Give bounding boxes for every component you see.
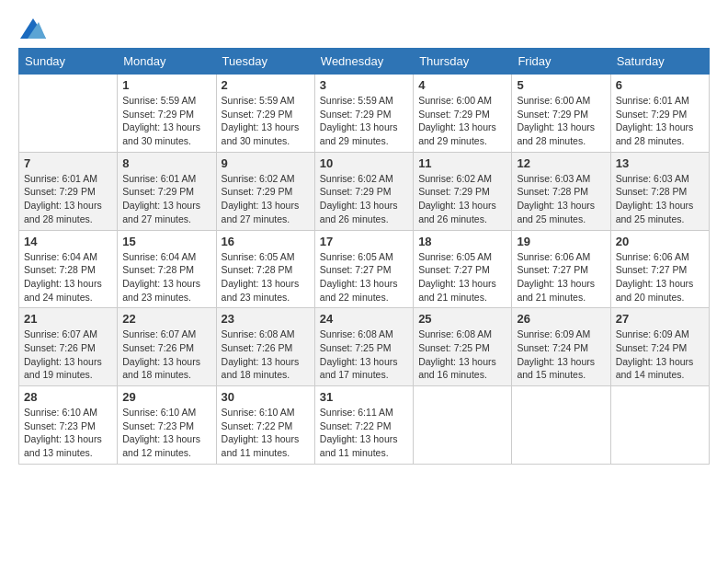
calendar-cell: 10Sunrise: 6:02 AMSunset: 7:29 PMDayligh… xyxy=(314,152,413,230)
day-info: Sunrise: 6:05 AMSunset: 7:27 PMDaylight:… xyxy=(320,250,408,304)
day-number: 21 xyxy=(24,312,112,326)
calendar-cell xyxy=(610,386,709,465)
calendar-table: SundayMondayTuesdayWednesdayThursdayFrid… xyxy=(18,48,710,465)
weekday-header-wednesday: Wednesday xyxy=(314,49,413,75)
calendar-cell: 30Sunrise: 6:10 AMSunset: 7:22 PMDayligh… xyxy=(216,386,314,465)
day-number: 17 xyxy=(320,235,408,248)
calendar-cell: 17Sunrise: 6:05 AMSunset: 7:27 PMDayligh… xyxy=(314,230,413,308)
day-number: 26 xyxy=(517,312,605,326)
calendar-week-3: 14Sunrise: 6:04 AMSunset: 7:28 PMDayligh… xyxy=(19,230,710,308)
day-info: Sunrise: 6:01 AMSunset: 7:29 PMDaylight:… xyxy=(122,172,210,226)
calendar-cell: 23Sunrise: 6:08 AMSunset: 7:26 PMDayligh… xyxy=(216,308,314,386)
calendar-cell: 1Sunrise: 5:59 AMSunset: 7:29 PMDaylight… xyxy=(118,75,216,153)
calendar-cell: 29Sunrise: 6:10 AMSunset: 7:23 PMDayligh… xyxy=(118,386,216,465)
calendar-cell: 22Sunrise: 6:07 AMSunset: 7:26 PMDayligh… xyxy=(118,308,216,386)
calendar-cell: 28Sunrise: 6:10 AMSunset: 7:23 PMDayligh… xyxy=(19,386,118,465)
logo-icon xyxy=(20,18,46,39)
day-info: Sunrise: 6:10 AMSunset: 7:23 PMDaylight:… xyxy=(122,406,210,460)
logo xyxy=(18,18,46,39)
day-info: Sunrise: 6:08 AMSunset: 7:26 PMDaylight:… xyxy=(222,327,310,382)
day-info: Sunrise: 6:01 AMSunset: 7:29 PMDaylight:… xyxy=(24,172,112,226)
day-number: 11 xyxy=(418,156,506,170)
calendar-header-row: SundayMondayTuesdayWednesdayThursdayFrid… xyxy=(19,49,710,75)
calendar-cell: 19Sunrise: 6:06 AMSunset: 7:27 PMDayligh… xyxy=(512,230,610,308)
day-number: 19 xyxy=(517,235,605,248)
day-info: Sunrise: 6:02 AMSunset: 7:29 PMDaylight:… xyxy=(418,172,506,226)
day-info: Sunrise: 6:10 AMSunset: 7:22 PMDaylight:… xyxy=(222,406,310,460)
calendar-cell: 6Sunrise: 6:01 AMSunset: 7:29 PMDaylight… xyxy=(610,75,709,153)
day-info: Sunrise: 6:10 AMSunset: 7:23 PMDaylight:… xyxy=(24,406,112,460)
calendar-week-4: 21Sunrise: 6:07 AMSunset: 7:26 PMDayligh… xyxy=(19,308,710,386)
weekday-header-friday: Friday xyxy=(512,49,610,75)
calendar-cell xyxy=(512,386,610,465)
day-info: Sunrise: 6:09 AMSunset: 7:24 PMDaylight:… xyxy=(517,327,605,382)
calendar-cell: 2Sunrise: 5:59 AMSunset: 7:29 PMDaylight… xyxy=(216,75,314,153)
day-info: Sunrise: 5:59 AMSunset: 7:29 PMDaylight:… xyxy=(222,94,310,148)
calendar-cell: 27Sunrise: 6:09 AMSunset: 7:24 PMDayligh… xyxy=(610,308,709,386)
day-info: Sunrise: 6:03 AMSunset: 7:28 PMDaylight:… xyxy=(517,172,605,226)
day-info: Sunrise: 6:06 AMSunset: 7:27 PMDaylight:… xyxy=(517,250,605,304)
day-number: 4 xyxy=(418,78,506,92)
day-number: 28 xyxy=(24,390,112,404)
day-number: 18 xyxy=(418,235,506,248)
day-number: 27 xyxy=(616,312,704,326)
day-number: 14 xyxy=(24,235,112,248)
calendar-cell: 4Sunrise: 6:00 AMSunset: 7:29 PMDaylight… xyxy=(414,75,512,153)
day-info: Sunrise: 5:59 AMSunset: 7:29 PMDaylight:… xyxy=(320,94,408,148)
day-number: 8 xyxy=(122,156,210,170)
day-number: 22 xyxy=(122,312,210,326)
day-info: Sunrise: 5:59 AMSunset: 7:29 PMDaylight:… xyxy=(122,94,210,148)
day-number: 29 xyxy=(122,390,210,404)
calendar-cell: 31Sunrise: 6:11 AMSunset: 7:22 PMDayligh… xyxy=(314,386,413,465)
day-info: Sunrise: 6:05 AMSunset: 7:27 PMDaylight:… xyxy=(418,250,506,304)
day-info: Sunrise: 6:06 AMSunset: 7:27 PMDaylight:… xyxy=(616,250,704,304)
calendar-cell: 14Sunrise: 6:04 AMSunset: 7:28 PMDayligh… xyxy=(19,230,118,308)
day-info: Sunrise: 6:00 AMSunset: 7:29 PMDaylight:… xyxy=(517,94,605,148)
day-info: Sunrise: 6:04 AMSunset: 7:28 PMDaylight:… xyxy=(24,250,112,304)
day-number: 2 xyxy=(222,78,310,92)
calendar-cell: 15Sunrise: 6:04 AMSunset: 7:28 PMDayligh… xyxy=(118,230,216,308)
day-number: 13 xyxy=(616,156,704,170)
day-number: 1 xyxy=(122,78,210,92)
calendar-cell: 20Sunrise: 6:06 AMSunset: 7:27 PMDayligh… xyxy=(610,230,709,308)
day-info: Sunrise: 6:01 AMSunset: 7:29 PMDaylight:… xyxy=(616,94,704,148)
day-info: Sunrise: 6:08 AMSunset: 7:25 PMDaylight:… xyxy=(320,327,408,382)
calendar-cell: 13Sunrise: 6:03 AMSunset: 7:28 PMDayligh… xyxy=(610,152,709,230)
calendar-cell: 5Sunrise: 6:00 AMSunset: 7:29 PMDaylight… xyxy=(512,75,610,153)
calendar-cell xyxy=(19,75,118,153)
day-info: Sunrise: 6:08 AMSunset: 7:25 PMDaylight:… xyxy=(418,327,506,382)
calendar-cell: 24Sunrise: 6:08 AMSunset: 7:25 PMDayligh… xyxy=(314,308,413,386)
calendar-cell: 11Sunrise: 6:02 AMSunset: 7:29 PMDayligh… xyxy=(414,152,512,230)
day-number: 6 xyxy=(616,78,704,92)
day-number: 24 xyxy=(320,312,408,326)
calendar-cell: 25Sunrise: 6:08 AMSunset: 7:25 PMDayligh… xyxy=(414,308,512,386)
calendar-cell: 7Sunrise: 6:01 AMSunset: 7:29 PMDaylight… xyxy=(19,152,118,230)
calendar-cell: 18Sunrise: 6:05 AMSunset: 7:27 PMDayligh… xyxy=(414,230,512,308)
day-number: 3 xyxy=(320,78,408,92)
calendar-cell: 9Sunrise: 6:02 AMSunset: 7:29 PMDaylight… xyxy=(216,152,314,230)
weekday-header-thursday: Thursday xyxy=(414,49,512,75)
day-number: 16 xyxy=(222,235,310,248)
day-number: 23 xyxy=(222,312,310,326)
day-info: Sunrise: 6:04 AMSunset: 7:28 PMDaylight:… xyxy=(122,250,210,304)
day-number: 20 xyxy=(616,235,704,248)
day-info: Sunrise: 6:02 AMSunset: 7:29 PMDaylight:… xyxy=(320,172,408,226)
calendar-cell: 8Sunrise: 6:01 AMSunset: 7:29 PMDaylight… xyxy=(118,152,216,230)
day-info: Sunrise: 6:07 AMSunset: 7:26 PMDaylight:… xyxy=(24,327,112,382)
calendar-cell xyxy=(414,386,512,465)
calendar-week-5: 28Sunrise: 6:10 AMSunset: 7:23 PMDayligh… xyxy=(19,386,710,465)
day-number: 25 xyxy=(418,312,506,326)
day-info: Sunrise: 6:11 AMSunset: 7:22 PMDaylight:… xyxy=(320,406,408,460)
day-number: 10 xyxy=(320,156,408,170)
day-info: Sunrise: 6:05 AMSunset: 7:28 PMDaylight:… xyxy=(222,250,310,304)
calendar-week-1: 1Sunrise: 5:59 AMSunset: 7:29 PMDaylight… xyxy=(19,75,710,153)
day-info: Sunrise: 6:07 AMSunset: 7:26 PMDaylight:… xyxy=(122,327,210,382)
day-number: 9 xyxy=(222,156,310,170)
calendar-week-2: 7Sunrise: 6:01 AMSunset: 7:29 PMDaylight… xyxy=(19,152,710,230)
calendar-cell: 21Sunrise: 6:07 AMSunset: 7:26 PMDayligh… xyxy=(19,308,118,386)
weekday-header-monday: Monday xyxy=(118,49,216,75)
day-info: Sunrise: 6:00 AMSunset: 7:29 PMDaylight:… xyxy=(418,94,506,148)
calendar-cell: 12Sunrise: 6:03 AMSunset: 7:28 PMDayligh… xyxy=(512,152,610,230)
calendar-cell: 3Sunrise: 5:59 AMSunset: 7:29 PMDaylight… xyxy=(314,75,413,153)
weekday-header-saturday: Saturday xyxy=(610,49,709,75)
